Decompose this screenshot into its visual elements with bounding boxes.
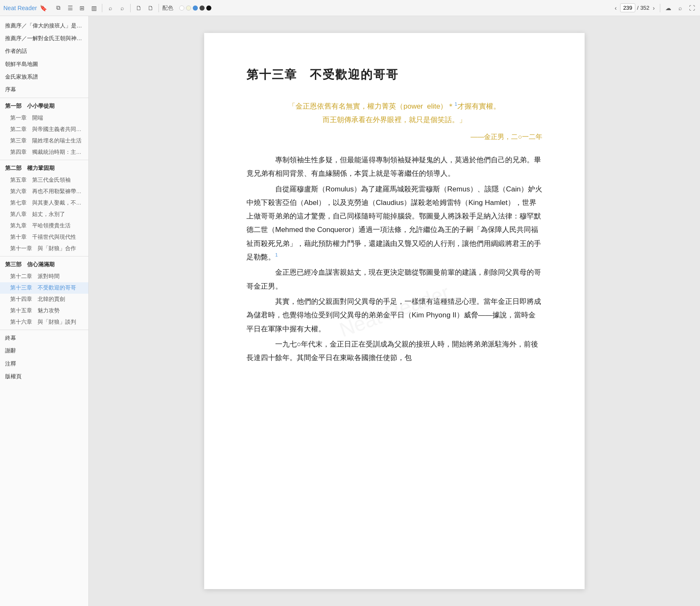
sidebar-thanks[interactable]: 謝辭	[0, 344, 88, 357]
sidebar-notes[interactable]: 注釋	[0, 358, 88, 370]
page-separator: /	[637, 5, 639, 11]
next-page-button[interactable]: ›	[651, 4, 656, 12]
paragraph-2: 自從羅穆盧斯（Romulus）為了建羅馬城殺死雷穆斯（Remus）、該隱（Cai…	[246, 183, 542, 265]
menu-icon[interactable]: ☰	[66, 3, 75, 13]
page-icon-1[interactable]: 🗋	[134, 3, 143, 13]
sidebar-part-1[interactable]: 第一部 小小學徒期	[0, 100, 88, 112]
search-icon-2[interactable]: ⌕	[118, 3, 127, 13]
color-blue[interactable]	[193, 5, 198, 11]
total-pages: 352	[640, 5, 650, 11]
paragraph-1: 專制領袖生性多疑，但最能逼得專制領袖疑神疑鬼的人，莫過於他們自己的兄弟。畢竟兄弟…	[246, 153, 542, 181]
color-darkest[interactable]	[206, 5, 211, 11]
sidebar-part-2[interactable]: 第二部 權力鞏固期	[0, 162, 88, 175]
separator-4	[660, 4, 660, 12]
paragraph-3: 金正恩已經冷血謀害親姑丈，現在更決定聽從鄂圖曼前輩的建議，剷除同父異母的哥哥金正…	[246, 266, 542, 293]
search-icon-1[interactable]: ⌕	[106, 3, 115, 13]
color-cream[interactable]	[186, 5, 191, 11]
grid-icon[interactable]: ⊞	[77, 3, 87, 13]
quote-text: 「金正恩依舊有名無實，權力菁英（power elite）＊1才握有實權。而王朝傳…	[246, 100, 542, 127]
color-label: 配色	[162, 4, 173, 12]
sidebar-ch1[interactable]: 第一章 開端	[0, 112, 88, 124]
sidebar-ch13[interactable]: 第十三章 不受歡迎的哥哥	[0, 282, 88, 294]
brand-name: Neat Reader	[3, 5, 37, 11]
page-icon-2[interactable]: 🗋	[146, 3, 155, 13]
sidebar: 推薦序／「偉大的接班人」是如何煉來... 推薦序／一解對金氏王朝與神秘北韓...…	[0, 16, 89, 606]
sidebar-ch7[interactable]: 第七章 與其妻人娶戴，不如受...	[0, 197, 88, 209]
sidebar-item-preface[interactable]: 序幕	[0, 83, 88, 96]
sidebar-ch2[interactable]: 第二章 與帝國主義者共同生活	[0, 124, 88, 135]
separator-1	[102, 4, 102, 12]
color-dark[interactable]	[200, 5, 205, 11]
quote-source: ——金正男，二○一二年	[246, 131, 542, 143]
cloud-icon[interactable]: ☁	[664, 3, 673, 13]
brand: Neat Reader 🔖	[3, 3, 48, 13]
main-layout: 推薦序／「偉大的接班人」是如何煉來... 推薦序／一解對金氏王朝與神秘北韓...…	[0, 16, 700, 606]
sidebar-ch4[interactable]: 第四章 獨裁統治時期：主體一...	[0, 147, 88, 158]
page-navigation: ‹ 239 / 352 ›	[613, 3, 656, 12]
current-page-input[interactable]: 239	[620, 3, 635, 12]
sidebar-copyright[interactable]: 版權頁	[0, 370, 88, 383]
sidebar-ch8[interactable]: 第八章 姑丈，永別了	[0, 209, 88, 220]
sidebar-item-intro1[interactable]: 推薦序／「偉大的接班人」是如何煉來...	[0, 19, 88, 32]
sidebar-item-map[interactable]: 朝鮮半島地圖	[0, 58, 88, 71]
sidebar-ch10[interactable]: 第十章 千禧世代與現代性	[0, 232, 88, 243]
sidebar-item-author[interactable]: 作者的話	[0, 45, 88, 57]
copy-icon[interactable]: ⧉	[54, 3, 63, 13]
sidebar-item-intro2[interactable]: 推薦序／一解對金氏王朝與神秘北韓...	[0, 32, 88, 45]
separator-2	[130, 4, 131, 12]
sidebar-ch6[interactable]: 第六章 再也不用勒緊褲帶生活	[0, 186, 88, 197]
fullscreen-icon[interactable]: ⛶	[687, 3, 697, 13]
divider-1	[0, 98, 88, 98]
sidebar-ch3[interactable]: 第三章 陽姓埋名的瑞士生活	[0, 135, 88, 147]
divider-4	[0, 330, 88, 330]
quote-block: 「金正恩依舊有名無實，權力菁英（power elite）＊1才握有實權。而王朝傳…	[246, 100, 542, 143]
sidebar-item-family[interactable]: 金氏家族系譜	[0, 71, 88, 83]
page-paper: Neat Reader 第十三章 不受歡迎的哥哥 「金正恩依舊有名無實，權力菁英…	[204, 33, 585, 589]
content-area[interactable]: Neat Reader 第十三章 不受歡迎的哥哥 「金正恩依舊有名無實，權力菁英…	[89, 16, 700, 606]
sidebar-ch16[interactable]: 第十六章 與「財狼」談判	[0, 317, 88, 328]
divider-3	[0, 256, 88, 257]
paragraph-4: 其實，他們的父親面對同父異母的手足，一樣懷有這種猜忌心理。當年金正日即將成為儲君…	[246, 295, 542, 336]
color-white[interactable]	[179, 5, 184, 11]
separator-3	[159, 4, 159, 12]
sidebar-ch12[interactable]: 第十二章 派對時間	[0, 271, 88, 282]
chapter-title: 第十三章 不受歡迎的哥哥	[246, 67, 542, 83]
sidebar-ch11[interactable]: 第十一章 與「財狼」合作	[0, 243, 88, 254]
bookmark-icon[interactable]: 🔖	[38, 3, 48, 13]
sidebar-ch5[interactable]: 第五章 第三代金氏領袖	[0, 175, 88, 186]
paragraph-5: 一九七○年代末，金正日正在受訓成為父親的接班人時，開始將弟弟派駐海外，前後長達四…	[246, 338, 542, 365]
search-right-icon[interactable]: ⌕	[675, 3, 685, 13]
sidebar-ch9[interactable]: 第九章 平哈領攪貴生活	[0, 220, 88, 232]
prev-page-button[interactable]: ‹	[613, 4, 618, 12]
color-palette	[179, 5, 211, 11]
sidebar-part-3[interactable]: 第三部 信心滿滿期	[0, 258, 88, 271]
sidebar-ch15[interactable]: 第十五章 魅力攻勢	[0, 305, 88, 317]
divider-2	[0, 160, 88, 160]
sidebar-epilogue[interactable]: 終幕	[0, 332, 88, 344]
sidebar-ch14[interactable]: 第十四章 北韓的賈劍	[0, 294, 88, 305]
toolbar: Neat Reader 🔖 ⧉ ☰ ⊞ ▥ ⌕ ⌕ 🗋 🗋 配色 ‹ 239 /…	[0, 0, 700, 16]
columns-icon[interactable]: ▥	[89, 3, 98, 13]
